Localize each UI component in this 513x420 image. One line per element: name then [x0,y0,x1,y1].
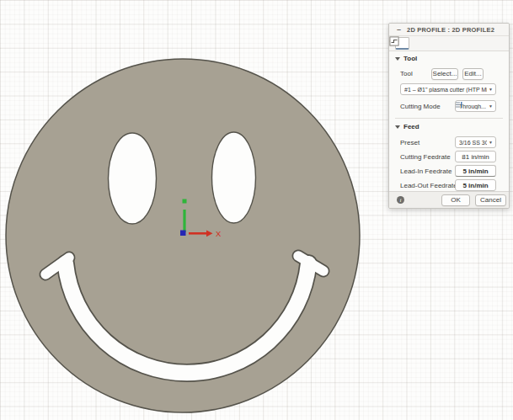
tab-geometry[interactable] [412,37,426,50]
lead-out-feedrate-label: Lead-Out Feedrate [400,182,457,189]
y-axis-tip [183,199,187,204]
lead-out-feedrate-input[interactable] [456,180,495,190]
tool-edit-button[interactable]: Edit... [462,68,484,80]
cancel-button[interactable]: Cancel [475,194,506,206]
minimize-icon[interactable]: – [397,26,401,33]
section-divider [395,118,503,119]
tool-section-label: Tool [403,55,417,62]
lead-out-feedrate-field-wrap [455,179,496,191]
cad-canvas[interactable]: X – 2D PROFILE : 2D PROFILE2 [0,0,513,420]
collapse-triangle-icon [395,125,400,129]
x-axis-label: X [216,229,222,238]
chevron-down-icon: ▼ [489,104,493,109]
cutting-feedrate-input[interactable] [456,152,495,162]
z-origin-marker [180,231,186,237]
feed-section-header[interactable]: Feed [395,123,419,130]
cutting-feedrate-field-wrap [455,151,496,162]
left-eye-cutout[interactable] [109,133,157,224]
2d-profile-dialog: – 2D PROFILE : 2D PROFILE2 [388,23,510,209]
dialog-footer: i OK Cancel [389,191,509,208]
preset-value: 3/16 SS 30... [459,140,487,146]
right-eye-cutout[interactable] [212,132,256,223]
collapse-triangle-icon [395,57,400,61]
dialog-body: Tool Tool Select... Edit... #1 – Ø1" pla… [389,51,509,191]
tool-row: Tool Select... Edit... [400,67,496,80]
lead-in-feedrate-input[interactable] [456,166,495,176]
dialog-title: 2D PROFILE : 2D PROFILE2 [407,26,494,34]
dialog-header: – 2D PROFILE : 2D PROFILE2 [389,24,509,36]
chevron-down-icon: ▼ [489,140,493,145]
feed-section-label: Feed [403,123,419,130]
cutting-feedrate-label: Cutting Feedrate [400,153,451,161]
preset-label: Preset [400,139,419,146]
cutting-mode-label: Cutting Mode [400,103,441,110]
cutting-mode-icon [456,101,462,109]
tool-label: Tool [400,70,413,77]
lead-in-feedrate-label: Lead-In Feedrate [400,167,452,175]
tool-dropdown-value: #1 – Ø1" plasma cutter (HTP Mix... [404,87,487,93]
lead-in-feedrate-field-wrap [455,165,496,177]
dialog-tab-bar [389,36,509,51]
tool-section-header[interactable]: Tool [395,55,417,62]
preset-dropdown[interactable]: 3/16 SS 30... ▼ [455,136,496,148]
tab-heights[interactable] [429,37,443,50]
chevron-down-icon: ▼ [489,87,493,92]
cutting-mode-value: Through... [459,104,487,109]
ok-button[interactable]: OK [441,194,470,206]
tab-passes[interactable] [446,37,460,50]
cutting-mode-dropdown[interactable]: Through... ▼ [455,100,496,112]
tab-linking[interactable] [462,37,477,50]
tool-select-button[interactable]: Select... [431,68,458,80]
linking-icon [389,36,399,46]
tool-dropdown[interactable]: #1 – Ø1" plasma cutter (HTP Mix... ▼ [400,83,496,95]
info-icon[interactable]: i [397,196,404,204]
